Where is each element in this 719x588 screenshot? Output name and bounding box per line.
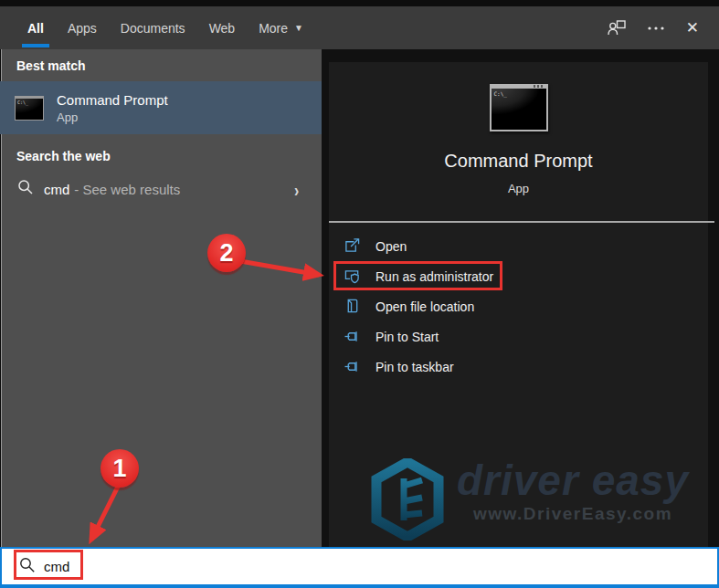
preview-panel: C:\_ Command Prompt App Open Run as admi… bbox=[322, 49, 719, 547]
search-filter-bar: All Apps Documents Web More ▼ bbox=[0, 6, 719, 49]
search-icon bbox=[17, 179, 34, 199]
action-label: Pin to Start bbox=[375, 330, 439, 344]
watermark-text: driver easy www.DriverEasy.com bbox=[457, 458, 689, 524]
terminal-body: C:\_ bbox=[492, 89, 546, 130]
driver-easy-logo-icon bbox=[369, 458, 446, 541]
action-label: Pin to taskbar bbox=[375, 360, 454, 374]
best-match-title: Command Prompt bbox=[57, 92, 168, 108]
tab-documents[interactable]: Documents bbox=[121, 6, 185, 49]
driver-easy-watermark: driver easy www.DriverEasy.com bbox=[369, 458, 689, 541]
results-panel: Best match C:\_ Command Prompt App Searc… bbox=[0, 49, 322, 547]
web-search-result[interactable]: cmd- See web results › bbox=[0, 173, 322, 205]
pin-icon bbox=[344, 359, 360, 374]
preview-app-type: App bbox=[329, 182, 708, 195]
context-actions: Open Run as administrator Open file loca… bbox=[322, 231, 719, 382]
pin-icon bbox=[344, 329, 360, 344]
tab-apps[interactable]: Apps bbox=[68, 6, 97, 49]
web-result-suffix: - See web results bbox=[74, 182, 180, 197]
action-label: Open bbox=[375, 239, 407, 254]
annotation-box-run-as-admin bbox=[333, 261, 502, 290]
file-location-icon bbox=[344, 299, 360, 314]
watermark-url: www.DriverEasy.com bbox=[457, 504, 689, 524]
chevron-down-icon: ▼ bbox=[294, 23, 303, 33]
person-feedback-icon[interactable] bbox=[608, 20, 626, 36]
action-open[interactable]: Open bbox=[322, 231, 719, 261]
topbar-actions: ✕ bbox=[608, 20, 699, 36]
preview-divider bbox=[329, 221, 714, 223]
preview-app-name: Command Prompt bbox=[329, 151, 708, 172]
best-match-result[interactable]: C:\_ Command Prompt App bbox=[0, 81, 322, 134]
action-label: Open file location bbox=[375, 299, 474, 314]
terminal-prompt-text: C:\_ bbox=[494, 90, 507, 97]
more-options-icon[interactable] bbox=[647, 26, 665, 31]
command-prompt-icon: C:\_ bbox=[15, 96, 44, 121]
best-match-text: Command Prompt App bbox=[57, 92, 168, 124]
annotation-step-2-badge: 2 bbox=[207, 234, 246, 272]
window-top-edge bbox=[0, 0, 719, 6]
open-window-icon bbox=[344, 238, 360, 254]
web-result-query: cmd bbox=[44, 182, 69, 197]
best-match-type: App bbox=[57, 110, 168, 124]
web-result-text: cmd- See web results bbox=[44, 182, 180, 197]
annotation-step-1-badge: 1 bbox=[100, 449, 139, 488]
action-pin-to-taskbar[interactable]: Pin to taskbar bbox=[322, 352, 719, 382]
window-buttons-decor bbox=[534, 85, 545, 88]
annotation-box-search-input bbox=[14, 550, 83, 580]
watermark-brand: driver easy bbox=[457, 458, 689, 502]
filter-tabs: All Apps Documents Web More ▼ bbox=[27, 6, 303, 49]
close-icon[interactable]: ✕ bbox=[686, 20, 699, 36]
tab-web[interactable]: Web bbox=[209, 6, 236, 49]
windows-search-flyout: All Apps Documents Web More ▼ bbox=[0, 0, 719, 588]
tab-all[interactable]: All bbox=[27, 6, 44, 49]
taskbar-search-box[interactable]: cmd bbox=[0, 547, 719, 588]
action-pin-to-start[interactable]: Pin to Start bbox=[322, 321, 719, 352]
terminal-prompt-text: C:\_ bbox=[17, 100, 28, 105]
command-prompt-icon-large: C:\_ bbox=[490, 84, 548, 131]
tab-more-label: More bbox=[259, 21, 288, 36]
search-web-header: Search the web bbox=[16, 149, 322, 163]
best-match-header: Best match bbox=[16, 49, 322, 73]
action-open-file-location[interactable]: Open file location bbox=[322, 291, 719, 321]
tab-more[interactable]: More ▼ bbox=[259, 6, 303, 49]
chevron-right-icon[interactable]: › bbox=[294, 180, 299, 199]
